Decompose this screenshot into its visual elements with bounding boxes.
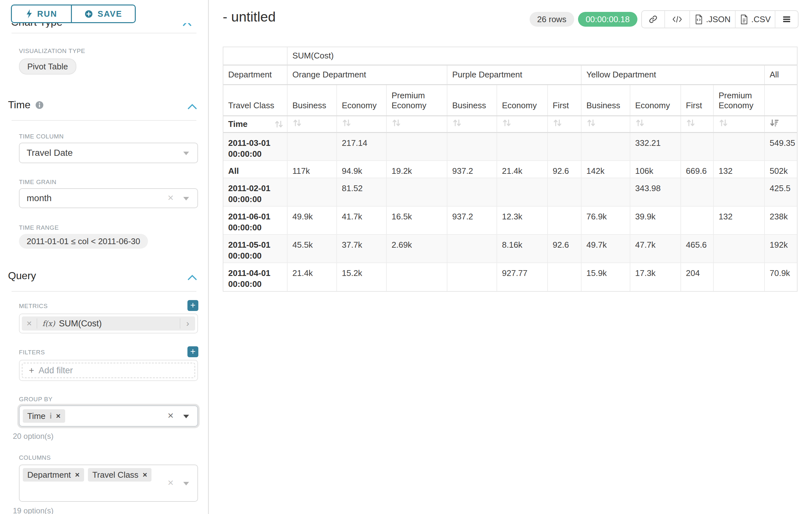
value-cell: 669.6	[681, 161, 714, 178]
value-cell: 192k	[764, 235, 797, 263]
sort-header-time[interactable]: Time	[223, 116, 287, 132]
export-json-button[interactable]: .JSON	[690, 11, 735, 28]
group-header-all: All	[764, 65, 797, 84]
more-options-button[interactable]	[775, 11, 798, 28]
clear-icon[interactable]: ×	[168, 477, 174, 489]
remove-tag-icon[interactable]: ×	[56, 411, 60, 421]
export-csv-button[interactable]: .CSV	[735, 11, 775, 28]
view-query-button[interactable]	[665, 11, 690, 28]
tag-info-icon[interactable]: i	[50, 411, 52, 421]
sort-column-header[interactable]	[447, 116, 497, 132]
class-header: Premium Economy	[714, 84, 764, 116]
filters-box: + Add filter	[19, 360, 198, 381]
plus-circle-icon	[84, 10, 93, 18]
time-range-label: TIME RANGE	[19, 224, 59, 231]
run-button[interactable]: RUN	[12, 5, 72, 22]
dim-department-header: Department	[223, 65, 287, 84]
run-save-button-group: RUN SAVE	[11, 4, 136, 23]
chart-type-heading: Chart Type	[11, 23, 197, 28]
value-cell: 41.7k	[337, 206, 386, 235]
collapse-time-section-icon[interactable]	[187, 104, 197, 110]
visualization-type-label: VISUALIZATION TYPE	[19, 48, 85, 55]
chevron-down-icon[interactable]	[183, 152, 189, 155]
value-cell	[386, 132, 447, 161]
sort-icon	[452, 119, 465, 127]
value-cell: 465.6	[681, 235, 714, 263]
tag-label: Time	[27, 411, 46, 421]
clear-icon[interactable]: ×	[168, 410, 174, 422]
sort-descending-icon	[770, 119, 782, 127]
pivot-table-body: 2011-03-01 00:00:00217.14332.21549.35All…	[223, 132, 797, 291]
add-filter-button[interactable]: + Add filter	[22, 363, 195, 378]
value-cell: 204	[681, 263, 714, 291]
metrics-box: × f(x) SUM(Cost) ›	[19, 314, 198, 333]
value-cell: 142k	[581, 161, 630, 178]
remove-tag-icon[interactable]: ×	[143, 470, 147, 479]
class-header: First	[681, 84, 714, 116]
chevron-down-icon[interactable]	[183, 197, 189, 200]
visualization-type-pill[interactable]: Pivot Table	[19, 58, 77, 75]
chevron-down-icon[interactable]	[183, 482, 189, 485]
time-column-select[interactable]: Travel Date	[19, 143, 198, 163]
row-label: All	[223, 161, 287, 178]
value-cell: 106k	[630, 161, 681, 178]
clear-icon[interactable]: ×	[168, 192, 174, 204]
collapse-query-section-icon[interactable]	[187, 274, 197, 280]
remove-metric-icon[interactable]: ×	[22, 318, 37, 329]
sort-column-header[interactable]	[497, 116, 548, 132]
group-by-options-hint: 20 option(s)	[13, 432, 54, 441]
add-metric-button[interactable]: +	[187, 300, 198, 311]
export-button-group: .JSON .CSV	[641, 10, 799, 28]
time-section-title: Time	[8, 99, 30, 111]
time-grain-select[interactable]: month ×	[19, 188, 198, 208]
value-cell: 94.9k	[337, 161, 386, 178]
time-range-pill[interactable]: 2011-01-01 ≤ col < 2011-06-30	[19, 234, 148, 249]
sort-column-header-all[interactable]	[764, 116, 797, 132]
value-cell	[681, 178, 714, 206]
visualization-type-value: Pivot Table	[27, 62, 68, 72]
sort-column-header[interactable]	[287, 116, 337, 132]
table-row: 2011-04-01 00:00:0021.4k15.2k927.7715.9k…	[223, 263, 797, 291]
add-filter-plus-button[interactable]: +	[187, 346, 198, 357]
share-link-button[interactable]	[642, 11, 665, 28]
value-cell	[548, 206, 581, 235]
query-timer-badge: 00:00:00.18	[578, 12, 637, 27]
chart-title[interactable]: - untitled	[223, 9, 276, 25]
sort-icon	[553, 119, 566, 127]
value-cell: 92.6	[548, 161, 581, 178]
sort-icon	[342, 119, 355, 127]
value-cell: 343.98	[630, 178, 681, 206]
value-cell	[497, 178, 548, 206]
class-header-empty	[764, 84, 797, 116]
sort-column-header[interactable]	[681, 116, 714, 132]
save-button[interactable]: SAVE	[72, 5, 135, 22]
group-by-select[interactable]: Time i × ×	[19, 405, 198, 427]
sort-column-header[interactable]	[630, 116, 681, 132]
value-cell: 49.9k	[287, 206, 337, 235]
class-header: Business	[581, 84, 630, 116]
value-cell: 927.77	[497, 263, 548, 291]
columns-select[interactable]: Department × Travel Class × ×	[19, 464, 198, 502]
value-cell: 937.2	[447, 206, 497, 235]
sort-icon	[502, 119, 515, 127]
chevron-down-icon[interactable]	[183, 415, 189, 418]
remove-tag-icon[interactable]: ×	[75, 470, 80, 479]
value-cell	[548, 132, 581, 161]
chevron-up-icon[interactable]	[182, 23, 192, 27]
metric-pill[interactable]: × f(x) SUM(Cost) ›	[22, 317, 195, 330]
info-icon[interactable]	[35, 101, 44, 110]
time-grain-value: month	[20, 193, 52, 204]
plus-icon: +	[29, 365, 34, 376]
pivot-corner-cell	[223, 47, 287, 65]
dim-travel-class-header: Travel Class	[223, 84, 287, 116]
sort-column-header[interactable]	[386, 116, 447, 132]
sort-column-header[interactable]	[581, 116, 630, 132]
class-header: Premium Economy	[386, 84, 447, 116]
expand-metric-icon[interactable]: ›	[180, 318, 195, 329]
sort-icon	[392, 119, 404, 127]
time-range-value: 2011-01-01 ≤ col < 2011-06-30	[27, 237, 140, 246]
query-section-header: Query	[8, 270, 36, 282]
sort-column-header[interactable]	[337, 116, 386, 132]
sort-column-header[interactable]	[548, 116, 581, 132]
sort-column-header[interactable]	[714, 116, 764, 132]
